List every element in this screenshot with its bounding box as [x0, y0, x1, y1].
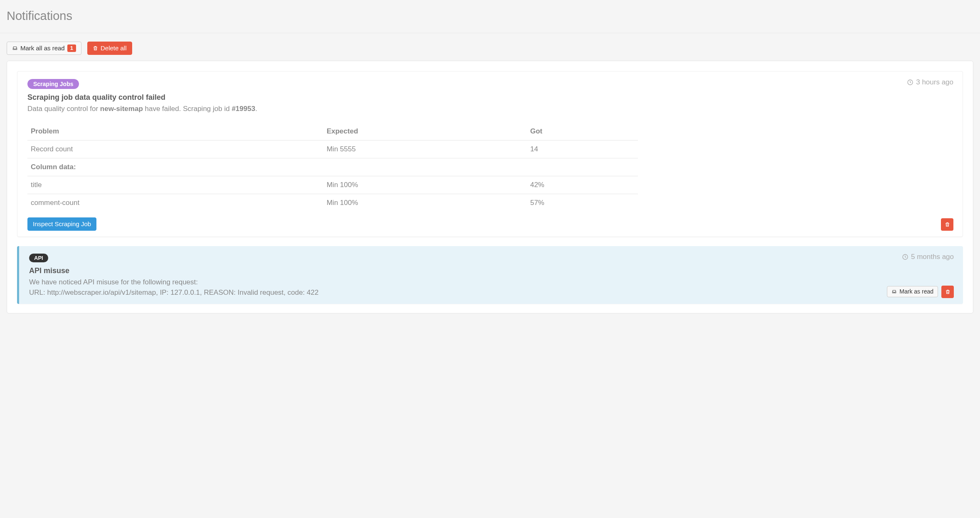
mark-all-label: Mark all as read — [20, 44, 65, 52]
category-pill: API — [29, 254, 48, 262]
desc-text: have failed. Scraping job id — [143, 105, 232, 113]
notification-title: Scraping job data quality control failed — [27, 93, 953, 102]
timestamp: 5 months ago — [902, 253, 954, 261]
unread-count-badge: 1 — [67, 44, 76, 52]
mark-as-read-button[interactable]: Mark as read — [887, 286, 938, 297]
page-title: Notifications — [0, 0, 980, 33]
mark-as-read-label: Mark as read — [899, 288, 933, 295]
category-pill: Scraping Jobs — [27, 79, 79, 89]
timestamp: 3 hours ago — [907, 78, 953, 86]
table-row: Record count Min 5555 14 — [27, 140, 638, 158]
notification-line2: URL: http://webscraper.io/api/v1/sitemap… — [29, 287, 953, 298]
quality-control-table: Problem Expected Got Record count Min 55… — [27, 123, 638, 212]
desc-text: Data quality control for — [27, 105, 100, 113]
table-row: title Min 100% 42% — [27, 176, 638, 194]
delete-all-button[interactable]: Delete all — [87, 42, 132, 55]
inbox-icon — [12, 46, 18, 51]
cell-expected: Min 100% — [323, 176, 527, 194]
inbox-icon — [891, 289, 897, 294]
cell-problem: comment-count — [27, 194, 323, 212]
desc-job-id: #19953 — [231, 105, 255, 113]
col-problem: Problem — [27, 123, 323, 141]
table-section-row: Column data: — [27, 158, 638, 176]
trash-icon — [945, 222, 950, 227]
trash-icon — [93, 45, 98, 51]
col-got: Got — [527, 123, 638, 141]
cell-problem: title — [27, 176, 323, 194]
desc-text: . — [255, 105, 257, 113]
col-expected: Expected — [323, 123, 527, 141]
cell-got: 57% — [527, 194, 638, 212]
cell-expected: Min 5555 — [323, 140, 527, 158]
delete-notification-button[interactable] — [941, 286, 954, 298]
delete-all-label: Delete all — [101, 44, 127, 52]
notification-description: Data quality control for new-sitemap hav… — [27, 104, 953, 114]
notification-line1: We have noticed API misuse for the follo… — [29, 277, 953, 288]
notification-card: API 5 months ago API misuse We have noti… — [17, 246, 963, 304]
clock-icon — [907, 79, 914, 86]
mark-all-as-read-button[interactable]: Mark all as read 1 — [7, 42, 81, 55]
cell-got: 14 — [527, 140, 638, 158]
table-row: comment-count Min 100% 57% — [27, 194, 638, 212]
inspect-scraping-job-button[interactable]: Inspect Scraping Job — [27, 217, 96, 231]
cell-expected: Min 100% — [323, 194, 527, 212]
notifications-panel: Scraping Jobs 3 hours ago Scraping job d… — [7, 61, 973, 313]
clock-icon — [902, 254, 909, 260]
toolbar: Mark all as read 1 Delete all — [7, 42, 973, 55]
trash-icon — [945, 289, 950, 295]
cell-got: 42% — [527, 176, 638, 194]
table-header-row: Problem Expected Got — [27, 123, 638, 141]
timestamp-text: 5 months ago — [911, 253, 954, 261]
timestamp-text: 3 hours ago — [916, 78, 953, 86]
section-label: Column data: — [27, 158, 638, 176]
desc-sitemap: new-sitemap — [100, 105, 143, 113]
cell-problem: Record count — [27, 140, 323, 158]
notification-card: Scraping Jobs 3 hours ago Scraping job d… — [17, 71, 963, 237]
notification-title: API misuse — [29, 266, 953, 275]
delete-notification-button[interactable] — [941, 218, 953, 231]
